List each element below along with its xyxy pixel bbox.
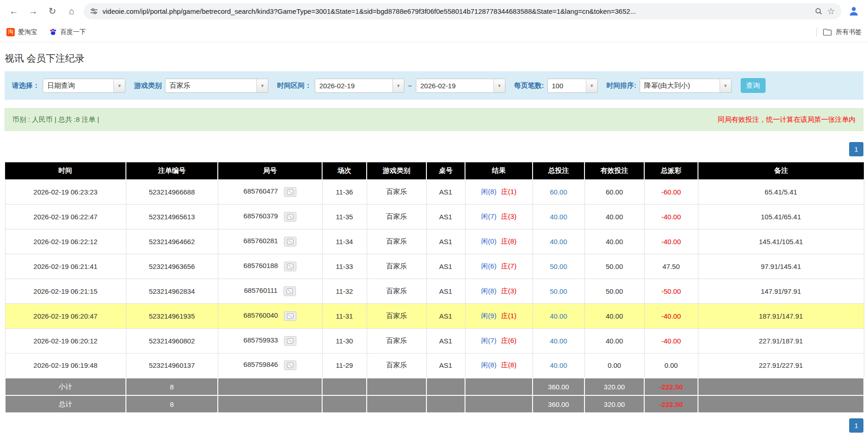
bet-table-head-row: 时间注单编号局号场次游戏类别桌号结果总投注有效投注总派彩备注 — [5, 162, 864, 179]
date-from-select[interactable]: 2026-02-19 ▾ — [315, 79, 404, 93]
chevron-down-icon[interactable]: ▾ — [392, 79, 404, 92]
cell-game-type: 百家乐 — [367, 204, 426, 229]
cell-total-bet[interactable]: 40.00 — [533, 204, 584, 229]
date-to-select[interactable]: 2026-02-19 ▾ — [416, 79, 505, 93]
subtotal-game — [367, 378, 426, 395]
time-sort-select[interactable]: 降幂(由大到小) ▾ — [640, 79, 732, 93]
cell-time: 2026-02-19 06:19:48 — [5, 353, 126, 378]
table-row: 2026-02-19 06:20:12 523214960802 6857599… — [5, 328, 864, 353]
cell-time: 2026-02-19 06:20:12 — [5, 328, 126, 353]
site-info-icon[interactable] — [90, 7, 98, 15]
bookmark-baidu-label: 百度一下 — [60, 28, 86, 36]
bookmark-taobao[interactable]: 淘 爱淘宝 — [6, 28, 37, 36]
table-row: 2026-02-19 06:21:15 523214962834 6857601… — [5, 279, 864, 303]
round-detail-icon[interactable] — [284, 237, 296, 246]
cell-time: 2026-02-19 06:20:47 — [5, 303, 126, 328]
cell-total-bet[interactable]: 40.00 — [533, 229, 584, 254]
cell-result: 闲(8) 庄(8) — [465, 353, 533, 378]
round-detail-icon[interactable] — [284, 286, 296, 296]
chevron-down-icon[interactable]: ▾ — [256, 79, 268, 92]
cell-total-bet[interactable]: 40.00 — [533, 353, 584, 378]
cell-table-no: AS1 — [426, 254, 465, 279]
table-row: 2026-02-19 06:19:48 523214960137 6857598… — [5, 353, 864, 378]
game-type-value: 百家乐 — [165, 79, 256, 92]
subtotal-session — [322, 378, 367, 395]
total-bet-link[interactable]: 50.00 — [550, 287, 567, 295]
round-detail-icon[interactable] — [284, 336, 296, 346]
address-bar[interactable]: videoie.com/ipl/portal.php/game/betrecor… — [84, 3, 841, 19]
page-title: 视讯 会员下注纪录 — [5, 52, 863, 65]
round-detail-icon[interactable] — [284, 360, 296, 370]
url-text[interactable]: videoie.com/ipl/portal.php/game/betrecor… — [102, 7, 810, 15]
page-1-button[interactable]: 1 — [849, 418, 863, 433]
cell-total-bet[interactable]: 40.00 — [533, 303, 584, 328]
cell-valid-bet: 60.00 — [584, 179, 644, 204]
date-mode-select[interactable]: 日期查询 ▾ — [43, 79, 125, 93]
cell-total-bet[interactable]: 50.00 — [533, 254, 584, 279]
filter-label-select: 请选择： — [12, 81, 40, 90]
cell-note: 97.91/145.41 — [698, 254, 864, 279]
cell-result: 闲(8) 庄(3) — [465, 279, 533, 303]
all-bookmarks-button[interactable]: 所有书签 — [836, 28, 862, 36]
cell-table-no: AS1 — [426, 353, 465, 378]
result-banker: 庄(8) — [501, 237, 516, 245]
total-table-no — [426, 395, 465, 413]
page-1-button[interactable]: 1 — [849, 142, 863, 156]
column-header-3: 场次 — [322, 162, 367, 179]
bookmark-baidu[interactable]: 百度一下 — [49, 28, 86, 36]
round-detail-icon[interactable] — [284, 212, 296, 222]
cell-round: 685760281 — [218, 229, 322, 254]
page-size-value: 100 — [548, 79, 586, 92]
cell-total-bet[interactable]: 40.00 — [533, 328, 584, 353]
cell-note: 65.41/5.41 — [698, 179, 864, 204]
cell-total-bet[interactable]: 50.00 — [533, 279, 584, 303]
cell-bet-id: 523214962834 — [126, 279, 218, 303]
chevron-down-icon[interactable]: ▾ — [494, 79, 505, 92]
subtotal-result — [465, 378, 533, 395]
total-bet-link[interactable]: 60.00 — [550, 188, 567, 196]
total-session — [322, 395, 367, 413]
result-player: 闲(8) — [481, 188, 496, 195]
total-bet-link[interactable]: 40.00 — [550, 337, 567, 345]
result-banker: 庄(8) — [501, 361, 516, 369]
date-range-separator: ~ — [408, 82, 412, 90]
home-icon[interactable]: ⌂ — [64, 4, 79, 18]
total-bet-link[interactable]: 40.00 — [550, 238, 567, 246]
total-bet-link[interactable]: 40.00 — [550, 213, 567, 221]
cell-valid-bet: 40.00 — [584, 204, 644, 229]
round-detail-icon[interactable] — [284, 187, 296, 197]
cell-session: 11-36 — [322, 179, 367, 204]
profile-icon[interactable] — [846, 3, 862, 19]
baidu-favicon — [49, 28, 57, 36]
cell-payout: 47.50 — [644, 254, 698, 279]
bet-table: 时间注单编号局号场次游戏类别桌号结果总投注有效投注总派彩备注 2026-02-1… — [5, 162, 864, 413]
chevron-down-icon[interactable]: ▾ — [113, 79, 125, 92]
chevron-down-icon[interactable]: ▾ — [586, 79, 597, 92]
all-bookmarks-label: 所有书签 — [836, 28, 862, 36]
summary-text: 币别 : 人民币 | 总共 :8 注单 | — [12, 115, 99, 124]
pagination-bottom: 1 — [5, 418, 863, 433]
chevron-down-icon[interactable]: ▾ — [720, 79, 731, 92]
search-button[interactable]: 查询 — [741, 78, 766, 93]
cell-round: 685760111 — [218, 279, 322, 303]
round-detail-icon[interactable] — [284, 311, 296, 321]
round-detail-icon[interactable] — [284, 262, 296, 271]
cell-session: 11-34 — [322, 229, 367, 254]
cell-total-bet[interactable]: 60.00 — [533, 179, 584, 204]
cell-game-type: 百家乐 — [367, 229, 426, 254]
bet-table-body: 2026-02-19 06:23:23 523214966688 6857604… — [5, 179, 864, 413]
back-icon[interactable]: ← — [6, 4, 21, 18]
cell-valid-bet: 40.00 — [584, 328, 644, 353]
cell-round: 685759846 — [218, 353, 322, 378]
page-size-select[interactable]: 100 ▾ — [547, 79, 598, 93]
cell-session: 11-31 — [322, 303, 367, 328]
zoom-icon[interactable] — [815, 7, 823, 15]
cell-session: 11-35 — [322, 204, 367, 229]
total-bet-link[interactable]: 40.00 — [550, 312, 567, 320]
bookmark-star-icon[interactable]: ☆ — [827, 6, 835, 17]
total-bet-link[interactable]: 50.00 — [550, 263, 567, 270]
forward-icon[interactable]: → — [26, 4, 40, 18]
game-type-select[interactable]: 百家乐 ▾ — [165, 79, 268, 93]
refresh-icon[interactable]: ↻ — [45, 4, 60, 18]
total-bet-link[interactable]: 40.00 — [550, 361, 567, 369]
